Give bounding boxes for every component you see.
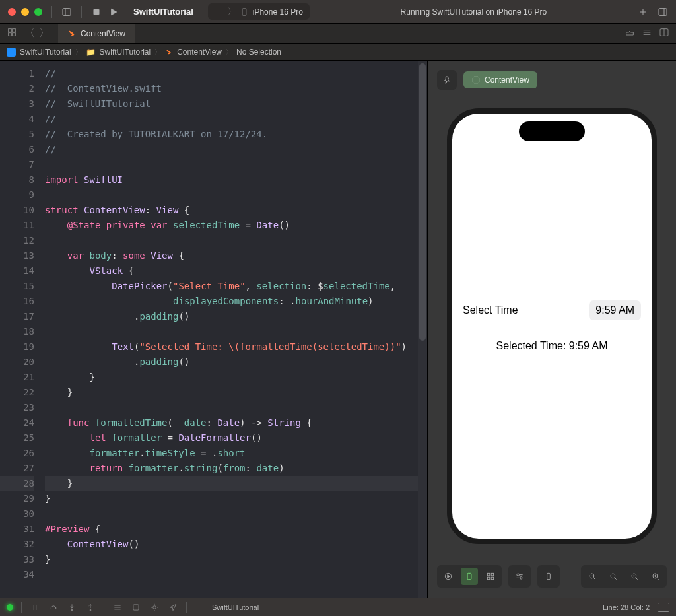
- svg-point-54: [153, 605, 156, 609]
- activity-status-label: Running SwiftUITutorial on iPhone 16 Pro: [316, 7, 631, 17]
- simulate-location-icon[interactable]: [168, 602, 178, 613]
- cursor-position-label: Line: 28 Col: 2: [603, 603, 650, 611]
- svg-rect-0: [63, 8, 71, 15]
- back-arrow-icon[interactable]: 〈: [22, 24, 37, 44]
- add-icon[interactable]: [638, 7, 648, 17]
- svg-line-43: [657, 578, 658, 579]
- scheme-project[interactable]: SwiftUITutorial: [129, 7, 193, 17]
- crumb-item[interactable]: SwiftUITutorial: [100, 48, 151, 57]
- app-icon: [195, 603, 204, 612]
- code-editor[interactable]: 1234567891011121314151617181920212223242…: [0, 61, 428, 598]
- recent-files-icon[interactable]: [625, 27, 635, 40]
- folder-icon: 📁: [86, 48, 96, 57]
- preview-on-device-button[interactable]: [540, 568, 557, 585]
- line-number-gutter: 1234567891011121314151617181920212223242…: [0, 61, 41, 598]
- preview-icon: [471, 75, 481, 85]
- svg-rect-25: [491, 577, 494, 580]
- preview-live-button[interactable]: [440, 568, 457, 585]
- svg-rect-24: [487, 577, 490, 580]
- svg-point-34: [611, 574, 615, 578]
- device-settings-button[interactable]: [511, 568, 528, 585]
- running-project-label: SwiftUITutorial: [212, 603, 259, 611]
- execution-indicator-icon: [7, 604, 13, 611]
- pause-icon[interactable]: [30, 602, 40, 613]
- svg-rect-30: [547, 573, 551, 579]
- tab-label: ContentView: [81, 29, 125, 38]
- datepicker-row: Select Time 9:59 AM: [463, 300, 641, 320]
- crumb-item[interactable]: ContentView: [177, 48, 222, 57]
- run-destination-selector[interactable]: 〉 iPhone 16 Pro: [208, 3, 310, 20]
- project-icon: [7, 48, 16, 57]
- window-controls: [8, 8, 42, 16]
- svg-marker-3: [112, 9, 117, 15]
- memory-graph-icon[interactable]: [131, 602, 141, 613]
- svg-rect-18: [473, 77, 479, 83]
- svg-rect-23: [491, 573, 494, 576]
- zoom-actual-button[interactable]: [605, 568, 622, 585]
- scrollbar-thumb[interactable]: [419, 63, 426, 341]
- svg-line-37: [636, 578, 637, 579]
- related-items-icon[interactable]: [7, 27, 17, 40]
- editor-scrollbar[interactable]: [418, 61, 427, 598]
- swift-file-icon: [165, 48, 173, 56]
- step-out-icon[interactable]: [85, 602, 96, 613]
- svg-rect-9: [9, 28, 12, 32]
- environment-overrides-icon[interactable]: [149, 602, 160, 613]
- svg-rect-7: [659, 8, 667, 15]
- adjust-editor-icon[interactable]: [642, 27, 652, 40]
- device-icon: [240, 7, 249, 17]
- code-content[interactable]: //// ContentView.swift// SwiftUITutorial…: [41, 61, 427, 598]
- svg-rect-53: [133, 604, 139, 609]
- left-panel-toggle-icon[interactable]: [61, 7, 72, 17]
- preview-selectable-button[interactable]: [461, 568, 478, 585]
- canvas-preview-panel: ContentView Select Time 9:59 AM Selected…: [428, 61, 676, 598]
- zoom-window-button[interactable]: [34, 8, 42, 16]
- library-icon[interactable]: [658, 7, 668, 17]
- svg-marker-55: [170, 604, 176, 610]
- step-into-icon[interactable]: [67, 602, 77, 613]
- datepicker-label: Select Time: [463, 304, 518, 316]
- editor-tab-contentview[interactable]: ContentView: [58, 24, 135, 43]
- selected-time-label: Selected Time: 9:59 AM: [463, 340, 641, 352]
- svg-rect-2: [94, 9, 99, 15]
- run-button-icon[interactable]: [108, 7, 119, 17]
- pin-preview-button[interactable]: [437, 70, 457, 90]
- step-over-icon[interactable]: [48, 602, 59, 613]
- iphone-simulator-frame: Select Time 9:59 AM Selected Time: 9:59 …: [447, 108, 657, 544]
- debug-view-icon[interactable]: [112, 602, 123, 613]
- svg-rect-12: [13, 32, 16, 36]
- main-area: 1234567891011121314151617181920212223242…: [0, 61, 676, 598]
- crumb-item[interactable]: SwiftUITutorial: [20, 48, 71, 57]
- preview-badge-label: ContentView: [485, 75, 529, 85]
- zoom-fit-button[interactable]: [626, 568, 643, 585]
- simulated-app-content[interactable]: Select Time 9:59 AM Selected Time: 9:59 …: [452, 114, 652, 539]
- svg-line-33: [593, 578, 595, 579]
- svg-point-26: [517, 574, 520, 576]
- crumb-item[interactable]: No Selection: [236, 48, 281, 57]
- zoom-in-button[interactable]: [647, 568, 664, 585]
- preview-toolbar: [437, 565, 667, 588]
- svg-rect-4: [242, 8, 246, 15]
- preview-target-badge[interactable]: ContentView: [463, 71, 537, 88]
- path-bar: SwiftUITutorial 〉 📁 SwiftUITutorial 〉 Co…: [0, 44, 676, 61]
- svg-rect-11: [9, 32, 12, 36]
- svg-rect-22: [487, 573, 490, 576]
- app-icon: [215, 7, 224, 17]
- svg-rect-21: [467, 573, 471, 579]
- zoom-out-button[interactable]: [584, 568, 601, 585]
- stop-button-icon[interactable]: [91, 7, 102, 17]
- add-editor-icon[interactable]: [659, 27, 669, 40]
- svg-point-27: [520, 577, 523, 580]
- bottom-panel-toggle-icon[interactable]: [658, 603, 669, 612]
- datepicker-value-button[interactable]: 9:59 AM: [589, 300, 641, 320]
- titlebar: SwiftUITutorial 〉 iPhone 16 Pro Running …: [0, 0, 676, 24]
- forward-arrow-icon[interactable]: 〉: [37, 24, 51, 44]
- minimize-window-button[interactable]: [21, 8, 29, 16]
- project-name-label: SwiftUITutorial: [133, 7, 193, 17]
- close-window-button[interactable]: [8, 8, 16, 16]
- preview-variants-button[interactable]: [482, 568, 499, 585]
- svg-marker-20: [448, 575, 450, 578]
- debug-status-bar: SwiftUITutorial Line: 28 Col: 2: [0, 598, 676, 616]
- swift-file-icon: [67, 29, 77, 38]
- svg-rect-10: [13, 28, 16, 32]
